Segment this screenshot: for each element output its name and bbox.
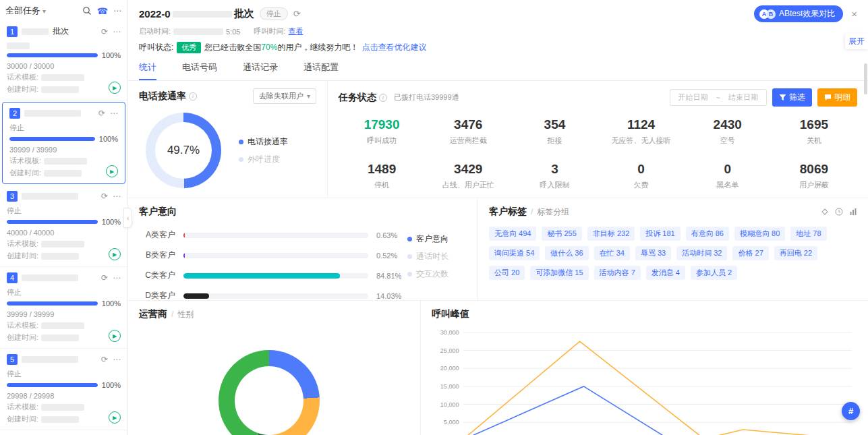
tag-pill[interactable]: 秘书 255 (542, 227, 581, 241)
tag-pill[interactable]: 做什么 36 (545, 246, 588, 260)
tag-pill[interactable]: 发消息 4 (646, 266, 685, 280)
progress-bar (7, 301, 98, 306)
refresh-icon[interactable]: ⟳ (101, 273, 108, 283)
task-card[interactable]: 1批次⟳⋯100%30000 / 30000话术模板:创建时间:▶ (0, 20, 127, 100)
intent-percent: 0.52% (376, 252, 407, 260)
more-icon[interactable]: ⋯ (113, 355, 121, 364)
task-filter-dropdown[interactable]: 全部任务 ▾ (5, 5, 46, 17)
connect-rate-title: 电话接通率 (139, 90, 186, 103)
tag-pill[interactable]: 在忙 34 (594, 246, 630, 260)
tag-pill[interactable]: 公司 20 (489, 266, 525, 280)
info-icon: i (189, 92, 197, 100)
close-icon[interactable]: × (851, 8, 857, 20)
optimization-advice-link[interactable]: 点击查看优化建议 (361, 42, 426, 53)
tab-3[interactable]: 通话记录 (243, 61, 278, 80)
task-progress: 100% (102, 218, 121, 226)
info-icon: i (379, 94, 387, 102)
legend-item[interactable]: 通话时长 (407, 251, 467, 262)
tag-pill[interactable]: 模糊意向 80 (734, 227, 785, 241)
tab-2[interactable]: 电话号码 (182, 61, 217, 80)
tag-pill[interactable]: 无意向 494 (489, 227, 536, 241)
tag-group-toggle[interactable]: 标签分组 (537, 206, 569, 218)
diamond-icon[interactable] (821, 208, 829, 216)
more-icon[interactable]: ⋯ (113, 6, 122, 16)
legend-item[interactable]: 电话接通率 (239, 136, 288, 148)
series-blue (463, 386, 852, 435)
created-label: 创建时间: (7, 84, 38, 94)
task-progress: 100% (102, 51, 121, 59)
tag-pill[interactable]: 活动时间 32 (676, 246, 727, 260)
task-progress: 100% (102, 299, 121, 308)
view-call-time-link[interactable]: 查看 (289, 26, 303, 36)
gender-toggle[interactable]: 性别 (177, 309, 194, 320)
refresh-icon[interactable]: ⟳ (101, 355, 108, 364)
tag-pill[interactable]: 辱骂 33 (635, 246, 671, 260)
filter-button[interactable]: 筛选 (772, 88, 812, 107)
tag-pill[interactable]: 可添加微信 15 (530, 266, 588, 280)
tag-pill[interactable]: 有意向 86 (686, 227, 729, 241)
more-icon[interactable]: ⋯ (110, 109, 118, 118)
clock-icon[interactable] (835, 208, 843, 216)
play-button[interactable]: ▶ (109, 411, 121, 424)
expand-tab[interactable]: 展开 (845, 34, 868, 49)
stat-label: 呼叫成功 (339, 136, 425, 146)
detail-button[interactable]: 明细 (817, 88, 857, 107)
tag-pill[interactable]: 活动内容 7 (594, 266, 641, 280)
tag-pill[interactable]: 价格 27 (732, 246, 768, 260)
legend-item[interactable]: 客户意向 (407, 233, 467, 245)
refresh-icon[interactable]: ⟳ (101, 192, 108, 201)
more-icon[interactable]: ⋯ (113, 27, 121, 36)
refresh-icon[interactable]: ⟳ (101, 27, 108, 36)
tab-1[interactable]: 统计 (139, 61, 156, 80)
date-range-picker[interactable]: 开始日期 ~ 结束日期 (670, 89, 767, 106)
legend-item[interactable]: 交互次数 (407, 268, 467, 280)
search-icon[interactable] (82, 6, 92, 16)
task-card[interactable]: 6⟳⋯停止100%40000 / 40000话术模板:创建时间:▶ (0, 430, 127, 435)
tag-pill[interactable]: 询问渠道 54 (489, 246, 540, 260)
template-label: 话术模板: (7, 402, 38, 412)
stat-value: 8069 (771, 162, 857, 177)
task-card[interactable]: 3⟳⋯停止100%40000 / 40000话术模板:创建时间:▶ (0, 185, 127, 267)
task-card[interactable]: 4⟳⋯停止100%39999 / 39999话术模板:创建时间:▶ (0, 267, 127, 349)
dial-icon[interactable]: ☎ (97, 6, 108, 16)
tag-pill[interactable]: 再回电 22 (774, 246, 817, 260)
created-label: 创建时间: (9, 168, 41, 178)
tab-4[interactable]: 通话配置 (303, 61, 339, 80)
more-icon[interactable]: ⋯ (113, 273, 121, 283)
refresh-icon[interactable]: ⟳ (98, 109, 105, 118)
abtest-compare-button[interactable]: A B ABtest效果对比 (754, 5, 843, 22)
bar-chart-icon[interactable] (849, 208, 857, 216)
task-name-redacted (22, 274, 78, 281)
tag-pill[interactable]: 非目标 232 (587, 227, 635, 241)
play-button[interactable]: ▶ (109, 330, 121, 342)
chat-bubble-icon (824, 94, 832, 101)
stat-cell: 3呼入限制 (511, 162, 598, 190)
tag-pill[interactable]: 地址 78 (790, 227, 826, 241)
vertical-scrollbar[interactable] (864, 63, 867, 94)
title-redacted (173, 11, 232, 18)
page-title: 2022-0 批次 (139, 7, 254, 20)
task-progress: 100% (99, 135, 118, 143)
start-time-tail: 5:05 (226, 28, 240, 36)
play-button[interactable]: ▶ (106, 165, 118, 177)
play-button[interactable]: ▶ (109, 248, 121, 260)
refresh-icon[interactable]: ⟳ (293, 9, 301, 19)
exclude-lost-users-select[interactable]: 去除失联用户 ▾ (253, 88, 316, 104)
task-index-badge: 5 (7, 354, 18, 365)
legend-item[interactable]: 外呼进度 (239, 154, 288, 165)
tag-pill[interactable]: 参加人员 2 (691, 266, 737, 280)
created-label: 创建时间: (7, 414, 38, 424)
more-icon[interactable]: ⋯ (113, 192, 121, 201)
support-float-button[interactable]: # (842, 402, 860, 420)
created-label: 创建时间: (7, 251, 38, 261)
sidebar-collapse-handle[interactable]: ‹ (123, 208, 132, 228)
stat-label: 空号 (685, 136, 771, 146)
tag-pill[interactable]: 投诉 181 (640, 227, 680, 241)
stat-label: 呼入限制 (511, 180, 598, 190)
stat-cell: 354拒接 (511, 117, 598, 146)
task-card[interactable]: 5⟳⋯停止100%29998 / 29998话术模板:创建时间:▶ (0, 349, 127, 430)
operator-pie-chart (219, 350, 320, 435)
play-button[interactable]: ▶ (109, 82, 121, 94)
task-card[interactable]: 2⟳⋯停止100%39999 / 39999话术模板:创建时间:▶ (2, 102, 125, 184)
stat-value: 2430 (685, 117, 771, 132)
